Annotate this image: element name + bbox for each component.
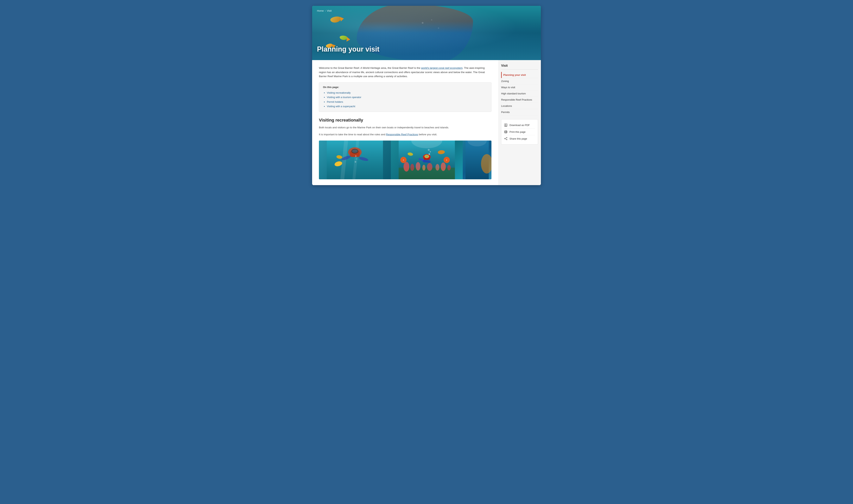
svg-point-23 bbox=[435, 164, 439, 170]
sidebar: Visit Planning your visit Zoning Ways to… bbox=[498, 60, 541, 185]
breadcrumb-current: Visit bbox=[327, 9, 331, 12]
gallery-image-1 bbox=[319, 141, 391, 179]
gallery-image-3 bbox=[463, 141, 491, 179]
on-page-link-4[interactable]: Visiting with a superyacht bbox=[327, 105, 355, 108]
rrp-text-3: before you visit. bbox=[418, 133, 437, 136]
svg-point-22 bbox=[427, 163, 432, 171]
svg-rect-42 bbox=[505, 130, 507, 132]
svg-point-46 bbox=[506, 137, 507, 138]
svg-point-14 bbox=[355, 161, 356, 163]
visiting-recreationally-heading: Visiting recreationally bbox=[319, 118, 491, 123]
svg-point-31 bbox=[425, 155, 429, 158]
share-page-label: Share this page bbox=[509, 137, 527, 140]
on-page-item-1[interactable]: Visiting recreationally bbox=[327, 91, 487, 95]
svg-point-18 bbox=[403, 162, 409, 172]
svg-point-24 bbox=[441, 162, 446, 171]
rrp-link[interactable]: Responsible Reef Practices bbox=[386, 133, 418, 136]
sidebar-item-planning-your-visit[interactable]: Planning your visit bbox=[501, 72, 538, 78]
svg-point-32 bbox=[429, 153, 430, 155]
download-pdf-action[interactable]: Download as PDF bbox=[504, 122, 535, 128]
sidebar-title: Visit bbox=[501, 64, 538, 70]
svg-point-11 bbox=[352, 149, 358, 153]
sidebar-item-zoning[interactable]: Zoning bbox=[501, 78, 538, 84]
on-page-link-1[interactable]: Visiting recreationally bbox=[327, 91, 351, 94]
svg-point-21 bbox=[422, 165, 425, 170]
image-gallery: ‹ bbox=[319, 141, 491, 179]
print-page-label: Print this page bbox=[509, 130, 526, 133]
gallery-next-button[interactable]: › bbox=[443, 157, 450, 163]
page-wrapper: Home › Visit Planning your visit Welcome… bbox=[312, 6, 541, 185]
bubble-2 bbox=[431, 19, 432, 20]
svg-point-19 bbox=[410, 164, 414, 171]
download-pdf-label: Download as PDF bbox=[509, 124, 530, 127]
svg-point-13 bbox=[356, 159, 357, 159]
gallery-svg-1 bbox=[319, 141, 391, 179]
svg-point-45 bbox=[506, 132, 507, 132]
intro-paragraph: Welcome to the Great Barrier Reef. A Wor… bbox=[319, 66, 491, 78]
svg-point-12 bbox=[355, 156, 356, 157]
svg-point-48 bbox=[506, 139, 507, 140]
main-content: Welcome to the Great Barrier Reef. A Wor… bbox=[312, 60, 541, 185]
svg-point-20 bbox=[416, 162, 420, 170]
hero-section: Home › Visit Planning your visit bbox=[312, 6, 541, 60]
print-icon bbox=[504, 130, 508, 133]
on-page-list: Visiting recreationally Visiting with a … bbox=[323, 91, 487, 109]
svg-point-47 bbox=[505, 138, 505, 139]
visiting-recreationally-text-2: It is important to take the time to read… bbox=[319, 132, 491, 137]
on-page-link-3[interactable]: Permit holders bbox=[327, 101, 343, 103]
content-area: Welcome to the Great Barrier Reef. A Wor… bbox=[312, 60, 498, 185]
svg-line-49 bbox=[505, 138, 506, 139]
visiting-recreationally-text-1: Both locals and visitors go to the Marin… bbox=[319, 125, 491, 130]
sidebar-item-locations[interactable]: Locations bbox=[501, 103, 538, 109]
gallery-prev-button[interactable]: ‹ bbox=[400, 157, 406, 163]
on-page-item-2[interactable]: Visiting with a tourism operator bbox=[327, 95, 487, 100]
svg-point-34 bbox=[428, 149, 430, 151]
sidebar-actions-box: Download as PDF Print this page bbox=[501, 119, 538, 144]
svg-line-50 bbox=[505, 139, 506, 139]
gallery-svg-3 bbox=[463, 141, 491, 179]
sidebar-item-permits[interactable]: Permits bbox=[501, 109, 538, 115]
on-page-item-3[interactable]: Permit holders bbox=[327, 100, 487, 104]
sidebar-item-ways-to-visit[interactable]: Ways to visit bbox=[501, 84, 538, 91]
on-page-box: On this page: Visiting recreationally Vi… bbox=[319, 83, 491, 112]
intro-text-1: Welcome to the Great Barrier Reef. A Wor… bbox=[319, 67, 421, 69]
sidebar-item-responsible-reef-practices[interactable]: Responsible Reef Practices bbox=[501, 97, 538, 103]
rrp-text-1: It is important to take the time to read… bbox=[319, 133, 386, 136]
on-page-label: On this page: bbox=[323, 86, 487, 89]
on-page-item-4[interactable]: Visiting with a superyacht bbox=[327, 104, 487, 109]
breadcrumb: Home › Visit bbox=[317, 9, 331, 12]
svg-point-25 bbox=[447, 165, 451, 170]
download-icon bbox=[504, 123, 508, 127]
svg-point-33 bbox=[430, 151, 431, 152]
bubble-3 bbox=[438, 28, 439, 29]
hero-title: Planning your visit bbox=[317, 45, 379, 53]
breadcrumb-home-link[interactable]: Home bbox=[317, 9, 324, 12]
sidebar-item-high-standard-tourism[interactable]: High standard tourism bbox=[501, 91, 538, 97]
coral-reef-link[interactable]: world's largest coral reef ecosystem bbox=[421, 67, 462, 69]
share-page-action[interactable]: Share this page bbox=[504, 135, 535, 142]
breadcrumb-separator: › bbox=[325, 9, 326, 12]
print-page-action[interactable]: Print this page bbox=[504, 128, 535, 135]
share-icon bbox=[504, 137, 508, 140]
on-page-link-2[interactable]: Visiting with a tourism operator bbox=[327, 96, 361, 99]
